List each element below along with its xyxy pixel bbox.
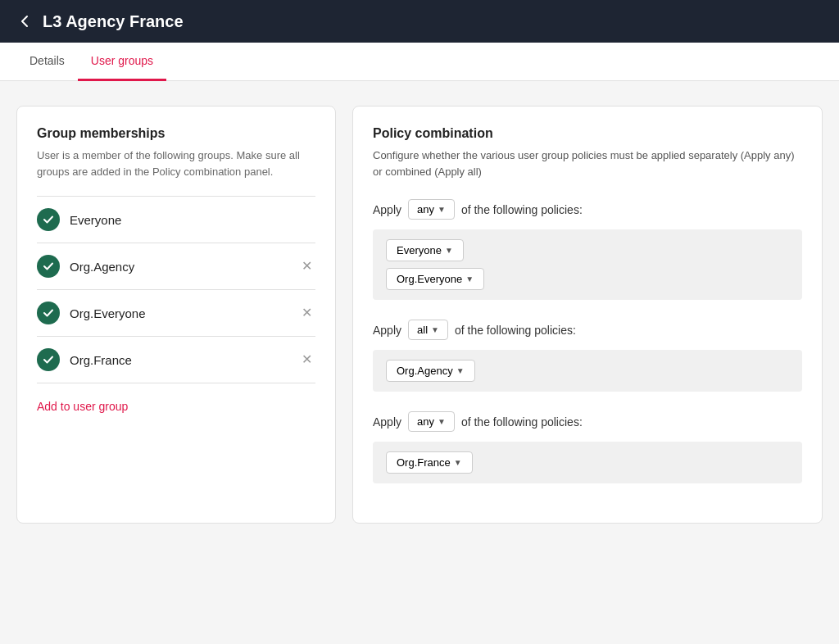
tab-bar: Details User groups <box>0 43 839 81</box>
policy-entry-org-everyone[interactable]: Org.Everyone ▼ <box>386 268 484 290</box>
entry-arrow-org-france: ▼ <box>454 458 462 467</box>
group-item-org-france: Org.France ✕ <box>37 337 315 383</box>
app-header: L3 Agency France <box>0 0 839 43</box>
group-name-org-france: Org.France <box>70 353 288 367</box>
group-check-icon-everyone <box>37 208 60 231</box>
policy-combination-description: Configure whether the various user group… <box>373 147 802 179</box>
following-label-1: of the following policies: <box>461 203 583 216</box>
dropdown-arrow-1: ▼ <box>438 205 446 214</box>
entry-arrow-everyone: ▼ <box>445 246 453 255</box>
policy-row-2: Apply all ▼ of the following policies: <box>373 320 802 340</box>
group-list: Everyone Org.Agency ✕ Org. <box>37 196 315 383</box>
tab-user-groups[interactable]: User groups <box>78 43 166 81</box>
group-item-org-agency: Org.Agency ✕ <box>37 243 315 290</box>
policy-block-1: Apply any ▼ of the following policies: E… <box>373 199 802 300</box>
add-to-user-group-button[interactable]: Add to user group <box>37 400 128 413</box>
apply-label-2: Apply <box>373 324 401 337</box>
policy-entries-1: Everyone ▼ Org.Everyone ▼ <box>373 229 802 300</box>
group-item-everyone: Everyone <box>37 197 315 243</box>
policy-entries-3: Org.France ▼ <box>373 442 802 483</box>
policy-block-2: Apply all ▼ of the following policies: O… <box>373 320 802 392</box>
group-memberships-subtitle: User is a member of the following groups… <box>37 147 315 179</box>
policy-combination-card: Policy combination Configure whether the… <box>352 106 823 524</box>
group-name-org-everyone: Org.Everyone <box>70 306 288 320</box>
operator-value-2: all <box>417 324 428 336</box>
remove-org-agency-button[interactable]: ✕ <box>298 256 315 276</box>
dropdown-arrow-3: ▼ <box>438 417 446 426</box>
group-name-org-agency: Org.Agency <box>70 260 288 274</box>
policy-row-1: Apply any ▼ of the following policies: <box>373 199 802 220</box>
policy-combination-title: Policy combination <box>373 126 802 141</box>
policy-entry-everyone[interactable]: Everyone ▼ <box>386 239 464 261</box>
group-item-org-everyone: Org.Everyone ✕ <box>37 290 315 337</box>
policy-entries-2: Org.Agency ▼ <box>373 350 802 392</box>
group-name-everyone: Everyone <box>70 213 315 227</box>
policy-entry-org-agency[interactable]: Org.Agency ▼ <box>386 360 475 382</box>
policy-entry-org-france[interactable]: Org.France ▼ <box>386 451 473 474</box>
operator-dropdown-1[interactable]: any ▼ <box>408 199 455 220</box>
remove-org-everyone-button[interactable]: ✕ <box>298 303 315 323</box>
remove-org-france-button[interactable]: ✕ <box>298 350 315 370</box>
operator-dropdown-3[interactable]: any ▼ <box>408 411 455 432</box>
apply-label-3: Apply <box>373 415 401 429</box>
group-memberships-title: Group memberships <box>37 126 315 141</box>
tab-details[interactable]: Details <box>16 43 78 81</box>
back-button[interactable] <box>16 13 33 29</box>
following-label-2: of the following policies: <box>455 324 576 337</box>
group-memberships-card: Group memberships User is a member of th… <box>16 106 336 524</box>
page-title: L3 Agency France <box>43 12 184 31</box>
entry-arrow-org-agency: ▼ <box>456 366 465 375</box>
group-check-icon-org-agency <box>37 255 60 278</box>
group-check-icon-org-france <box>37 348 60 371</box>
main-content: Group memberships User is a member of th… <box>0 81 839 548</box>
dropdown-arrow-2: ▼ <box>431 325 439 334</box>
operator-dropdown-2[interactable]: all ▼ <box>408 320 448 340</box>
policy-block-3: Apply any ▼ of the following policies: O… <box>373 411 802 483</box>
operator-value-3: any <box>417 415 434 428</box>
following-label-3: of the following policies: <box>461 415 583 429</box>
operator-value-1: any <box>417 203 434 215</box>
group-check-icon-org-everyone <box>37 302 60 324</box>
entry-arrow-org-everyone: ▼ <box>465 274 474 283</box>
policy-row-3: Apply any ▼ of the following policies: <box>373 411 802 432</box>
apply-label-1: Apply <box>373 203 401 216</box>
